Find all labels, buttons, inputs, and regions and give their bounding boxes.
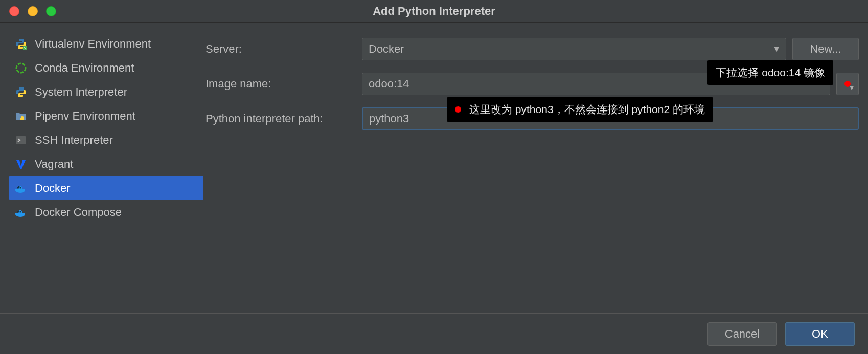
svg-rect-5 — [18, 187, 19, 188]
vagrant-icon — [14, 158, 28, 171]
conda-icon — [14, 61, 28, 75]
svg-text:V: V — [24, 46, 27, 50]
docker-compose-icon — [14, 206, 28, 219]
python-icon — [14, 85, 28, 99]
dialog-title: Add Python Interpreter — [0, 5, 868, 18]
sidebar-item-docker-compose[interactable]: Docker Compose — [9, 200, 203, 224]
dialog-body: V Virtualenv Environment Conda Environme… — [0, 23, 868, 354]
text-caret — [409, 113, 409, 124]
docker-icon — [14, 182, 28, 195]
chevron-down-icon: ▼ — [848, 83, 855, 92]
sidebar-item-label: Docker — [35, 182, 71, 195]
form-panel: Server: Docker ▼ New... Image name: odoo… — [203, 32, 859, 313]
sidebar-item-label: Virtualenv Environment — [35, 37, 151, 51]
image-dropdown-button[interactable]: ▼ — [836, 73, 859, 95]
tooltip-text: 下拉选择 odoo:14 镜像 — [716, 65, 825, 80]
image-name-value: odoo:14 — [369, 77, 409, 91]
tooltip-interpreter-path: 这里改为 python3，不然会连接到 python2 的环境 — [447, 97, 713, 122]
image-name-label: Image name: — [203, 77, 362, 91]
svg-rect-9 — [18, 211, 19, 212]
minimize-window-button[interactable] — [28, 6, 38, 16]
sidebar-item-docker[interactable]: Docker — [9, 176, 203, 200]
svg-rect-10 — [20, 211, 21, 212]
ok-button[interactable]: OK — [785, 322, 855, 346]
title-bar: Add Python Interpreter — [0, 0, 868, 23]
interpreter-type-list: V Virtualenv Environment Conda Environme… — [9, 32, 203, 313]
python-virtualenv-icon: V — [14, 37, 28, 51]
close-window-button[interactable] — [9, 6, 19, 16]
new-button-label: New... — [810, 42, 841, 56]
zoom-window-button[interactable] — [46, 6, 56, 16]
server-label: Server: — [203, 42, 362, 56]
sidebar-item-label: Pipenv Environment — [35, 109, 135, 123]
server-select-value: Docker — [369, 42, 404, 56]
ssh-icon — [14, 134, 28, 147]
sidebar-item-pipenv[interactable]: Pipenv Environment — [9, 104, 203, 128]
dialog-footer: Cancel OK — [0, 313, 868, 354]
interpreter-path-value: python3 — [369, 112, 409, 125]
annotation-dot-icon — [455, 106, 461, 113]
sidebar-item-conda[interactable]: Conda Environment — [9, 56, 203, 80]
window-controls — [9, 6, 56, 16]
svg-rect-7 — [18, 186, 19, 187]
tooltip-text: 这里改为 python3，不然会连接到 python2 的环境 — [469, 102, 705, 117]
interpreter-path-label: Python interpreter path: — [203, 112, 362, 125]
svg-point-2 — [16, 63, 26, 73]
sidebar-item-vagrant[interactable]: Vagrant — [9, 152, 203, 176]
new-server-button[interactable]: New... — [792, 38, 859, 60]
sidebar-item-label: Vagrant — [35, 158, 73, 171]
tooltip-image-name: 下拉选择 odoo:14 镜像 — [707, 60, 833, 85]
pipenv-folder-icon — [14, 109, 28, 123]
chevron-down-icon: ▼ — [772, 45, 781, 54]
sidebar-item-label: SSH Interpreter — [35, 134, 113, 147]
svg-rect-3 — [16, 136, 26, 144]
svg-rect-6 — [20, 187, 21, 188]
sidebar-item-ssh[interactable]: SSH Interpreter — [9, 128, 203, 152]
sidebar-item-system[interactable]: System Interpreter — [9, 80, 203, 104]
sidebar-item-virtualenv[interactable]: V Virtualenv Environment — [9, 32, 203, 56]
svg-rect-8 — [17, 211, 18, 212]
sidebar-item-label: Conda Environment — [35, 61, 134, 75]
sidebar-item-label: System Interpreter — [35, 85, 127, 99]
sidebar-item-label: Docker Compose — [35, 206, 122, 219]
server-select[interactable]: Docker ▼ — [362, 38, 786, 60]
svg-rect-4 — [17, 187, 18, 188]
cancel-button[interactable]: Cancel — [707, 322, 777, 346]
content-area: V Virtualenv Environment Conda Environme… — [0, 23, 868, 313]
ok-button-label: OK — [812, 327, 828, 341]
cancel-button-label: Cancel — [725, 327, 760, 341]
